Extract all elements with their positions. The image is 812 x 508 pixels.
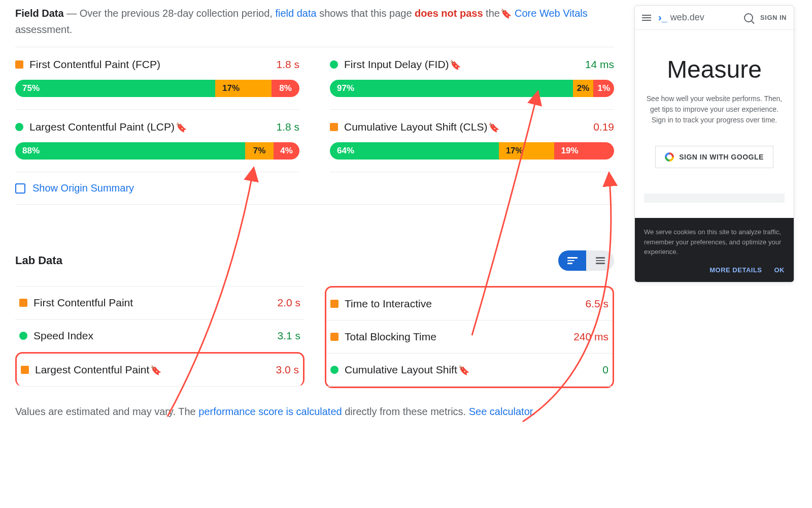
lab-metric-name: Largest Contentful Paint 🔖	[35, 364, 269, 376]
field-data-title: Field Data	[15, 8, 64, 19]
lab-row: First Contentful Paint 2.0 s	[15, 286, 304, 319]
status-dot	[330, 60, 338, 69]
distribution-bar: 97%2%1%	[330, 80, 614, 97]
status-dot	[21, 366, 29, 374]
ok-button[interactable]: OK	[774, 265, 785, 275]
cookie-banner: We serve cookies on this site to analyze…	[635, 218, 794, 282]
view-toggle-compact[interactable]	[586, 250, 614, 271]
lab-metric-value: 6.5 s	[585, 298, 608, 310]
lab-metric-name: Total Blocking Time	[345, 331, 567, 343]
dist-segment: 2%	[573, 80, 594, 97]
status-dot	[19, 299, 27, 307]
metric-card: First Contentful Paint (FCP) 1.8 s 75%17…	[15, 47, 299, 110]
perf-score-link[interactable]: performance score is calculated	[198, 406, 342, 417]
bookmark-icon: 🔖	[458, 365, 469, 375]
status-dot	[19, 332, 27, 340]
core-web-vitals-link[interactable]: Core Web Vitals	[515, 8, 588, 19]
dist-segment: 7%	[245, 142, 274, 160]
lab-metric-value: 2.0 s	[277, 297, 300, 309]
metric-value: 1.8 s	[276, 121, 299, 133]
status-dot	[15, 60, 23, 69]
metric-name: First Contentful Paint (FCP)	[29, 58, 270, 71]
metric-name: Cumulative Layout Shift (CLS) 🔖	[344, 121, 587, 133]
search-icon[interactable]	[744, 13, 753, 22]
status-dot	[330, 300, 339, 308]
distribution-bar: 64%17%19%	[330, 142, 614, 160]
dist-segment: 19%	[554, 142, 614, 160]
status-dot	[330, 123, 338, 131]
google-icon	[665, 152, 674, 162]
bookmark-icon: 🔖	[150, 365, 161, 375]
origin-checkbox[interactable]	[15, 183, 25, 194]
menu-icon[interactable]	[642, 15, 651, 21]
lab-metric-name: Time to Interactive	[345, 298, 579, 310]
lab-row: Speed Index 3.1 s	[15, 319, 304, 352]
status-dot	[330, 366, 339, 374]
view-toggle[interactable]	[558, 250, 614, 271]
lab-col2-highlight: Time to Interactive 6.5 s Total Blocking…	[325, 286, 614, 388]
view-toggle-detailed[interactable]	[558, 250, 586, 271]
origin-label: Show Origin Summary	[32, 182, 134, 194]
metric-card: Cumulative Layout Shift (CLS) 🔖 0.19 64%…	[330, 110, 614, 172]
lab-metric-value: 3.1 s	[277, 330, 300, 342]
dist-segment: 4%	[274, 142, 299, 160]
dist-segment: 88%	[15, 142, 245, 160]
more-details-button[interactable]: MORE DETAILS	[709, 265, 762, 275]
dist-segment: 97%	[330, 80, 573, 97]
lab-metric-name: First Contentful Paint	[33, 297, 271, 309]
lab-metric-value: 0	[602, 364, 608, 376]
status-dot	[330, 333, 339, 341]
metric-value: 1.8 s	[276, 58, 299, 71]
field-metrics-grid: First Contentful Paint (FCP) 1.8 s 75%17…	[15, 47, 614, 172]
lab-grid: First Contentful Paint 2.0 s Speed Index…	[15, 286, 614, 388]
calculator-link[interactable]: See calculator.	[469, 406, 535, 417]
metric-value: 0.19	[593, 121, 614, 133]
distribution-bar: 88%7%4%	[15, 142, 299, 160]
dist-segment: 64%	[330, 142, 499, 160]
distribution-bar: 75%17%8%	[15, 80, 299, 97]
lab-metric-value: 240 ms	[573, 331, 608, 343]
does-not-pass-text: does not pass	[415, 8, 483, 19]
google-signin-button[interactable]: SIGN IN WITH GOOGLE	[655, 146, 773, 168]
show-origin-summary-row[interactable]: Show Origin Summary	[15, 172, 614, 205]
bookmark-icon: 🔖	[500, 9, 512, 19]
lab-metric-name: Cumulative Layout Shift 🔖	[345, 364, 596, 376]
bookmark-icon: 🔖	[450, 60, 461, 70]
bookmark-icon: 🔖	[488, 122, 499, 133]
measure-heading: Measure	[644, 55, 785, 83]
metric-name: First Input Delay (FID) 🔖	[344, 58, 579, 71]
dist-segment: 17%	[499, 142, 554, 160]
lab-metric-value: 3.0 s	[276, 364, 299, 376]
footer-note: Values are estimated and may vary. The p…	[15, 403, 548, 420]
bookmark-icon: 🔖	[176, 122, 187, 133]
field-data-link[interactable]: field data	[275, 8, 316, 19]
metric-name: Largest Contentful Paint (LCP) 🔖	[29, 121, 270, 133]
lab-row: Largest Contentful Paint 🔖 3.0 s	[15, 352, 304, 387]
phone-mockup: ›_web.dev SIGN IN Measure See how well y…	[634, 5, 794, 282]
webdev-logo[interactable]: ›_web.dev	[658, 12, 737, 23]
field-data-header: Field Data — Over the previous 28-day co…	[15, 5, 614, 38]
lab-data-title: Lab Data	[15, 254, 62, 267]
signin-link[interactable]: SIGN IN	[760, 14, 787, 21]
metric-card: First Input Delay (FID) 🔖 14 ms 97%2%1%	[330, 47, 614, 110]
status-dot	[15, 123, 23, 131]
metric-card: Largest Contentful Paint (LCP) 🔖 1.8 s 8…	[15, 110, 299, 172]
lab-row: Cumulative Layout Shift 🔖 0	[326, 353, 613, 387]
measure-desc: See how well your website performs. Then…	[644, 93, 785, 125]
metric-value: 14 ms	[585, 58, 614, 71]
dist-segment: 75%	[15, 80, 215, 97]
lab-metric-name: Speed Index	[33, 330, 271, 342]
dist-segment: 8%	[272, 80, 299, 97]
lab-row: Time to Interactive 6.5 s	[326, 288, 613, 320]
dist-segment: 17%	[215, 80, 272, 97]
lab-row: Total Blocking Time 240 ms	[326, 320, 613, 353]
dist-segment: 1%	[593, 80, 614, 97]
